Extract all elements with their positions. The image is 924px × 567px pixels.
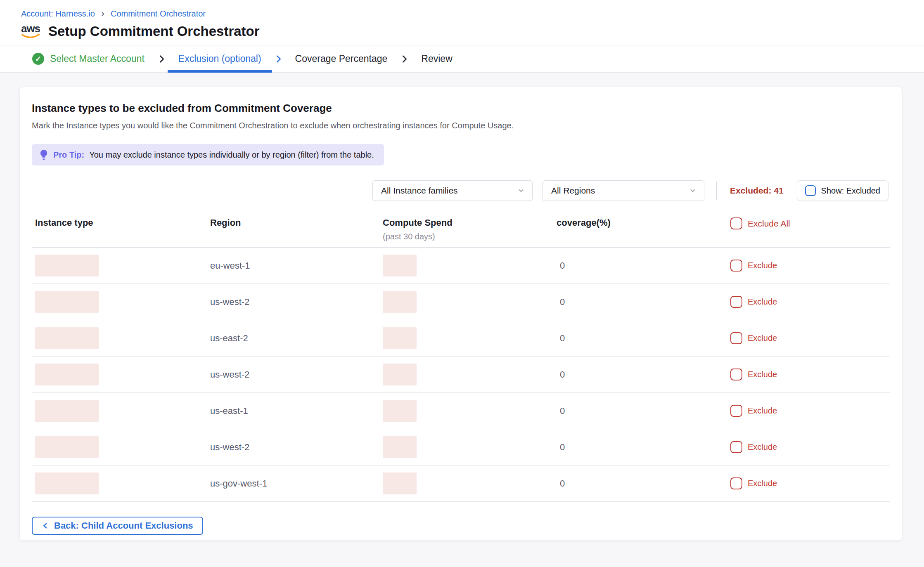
table-row: us-east-2 0 Exclude [32, 320, 890, 357]
table-header-row: Instance type Region Compute Spend (past… [32, 217, 890, 248]
redacted-instance-type [35, 291, 99, 313]
step-coverage-percentage[interactable]: Coverage Percentage [284, 45, 398, 72]
exclusion-table: Instance type Region Compute Spend (past… [32, 217, 890, 502]
regions-select[interactable]: All Regions [543, 180, 704, 201]
exclude-all-label[interactable]: Exclude All [748, 219, 790, 229]
redacted-instance-type [35, 400, 99, 422]
exclude-checkbox[interactable] [730, 369, 742, 380]
table-row: us-west-2 0 Exclude [32, 284, 890, 320]
redacted-compute-spend [383, 472, 417, 494]
exclude-checkbox[interactable] [730, 296, 742, 308]
col-header-region: Region [210, 217, 383, 228]
exclude-checkbox[interactable] [730, 260, 742, 272]
redacted-compute-spend [383, 327, 417, 349]
redacted-compute-spend [383, 436, 417, 458]
step-label: Exclusion (optional) [178, 53, 261, 64]
region-cell: us-west-2 [210, 442, 383, 453]
region-cell: us-west-2 [210, 297, 383, 307]
breadcrumb-account-link[interactable]: Account: Harness.io [21, 9, 95, 19]
coverage-cell: 0 [557, 406, 730, 416]
redacted-instance-type [35, 364, 99, 385]
region-cell: us-gov-west-1 [210, 478, 383, 489]
region-cell: us-east-1 [210, 406, 383, 416]
instance-families-value: All Instance families [381, 186, 458, 196]
table-row: us-west-2 0 Exclude [32, 357, 890, 393]
content-left-divider [8, 23, 8, 541]
region-cell: us-east-2 [210, 333, 383, 344]
exclude-label[interactable]: Exclude [748, 406, 777, 416]
redacted-instance-type [35, 436, 99, 458]
table-row: us-east-1 0 Exclude [32, 393, 890, 429]
exclude-label[interactable]: Exclude [748, 333, 777, 343]
table-row: us-gov-west-1 0 Exclude [32, 465, 890, 502]
title-row: aws Setup Commitment Orchestrator [21, 24, 924, 45]
region-cell: eu-west-1 [210, 260, 383, 271]
show-excluded-label: Show: Excluded [821, 186, 880, 196]
region-cell: us-west-2 [210, 369, 383, 380]
step-chevron-icon [398, 45, 410, 72]
exclude-label[interactable]: Exclude [748, 297, 777, 307]
show-excluded-checkbox[interactable] [805, 185, 816, 196]
exclude-checkbox[interactable] [730, 441, 742, 453]
exclude-checkbox[interactable] [730, 405, 742, 417]
breadcrumb: Account: Harness.io Commitment Orchestra… [21, 9, 924, 19]
chevron-down-icon [517, 187, 525, 194]
page-body: Instance types to be excluded from Commi… [0, 73, 924, 541]
coverage-cell: 0 [557, 260, 730, 271]
exclude-all-checkbox[interactable] [730, 217, 742, 229]
aws-logo-icon: aws [21, 24, 40, 39]
regions-value: All Regions [551, 186, 595, 196]
card-subheading: Mark the Instance types you would like t… [32, 121, 890, 130]
breadcrumb-chevron-icon [100, 11, 106, 17]
exclude-label[interactable]: Exclude [748, 370, 777, 379]
excluded-count: Excluded: 41 [730, 186, 784, 196]
lightbulb-icon [39, 149, 48, 160]
redacted-instance-type [35, 327, 99, 349]
step-label: Select Master Account [50, 53, 145, 64]
exclude-label[interactable]: Exclude [748, 261, 777, 270]
coverage-cell: 0 [557, 333, 730, 344]
redacted-instance-type [35, 472, 99, 494]
step-exclusion[interactable]: Exclusion (optional) [168, 45, 272, 73]
table-row: us-west-2 0 Exclude [32, 429, 890, 465]
exclude-checkbox[interactable] [730, 477, 742, 489]
breadcrumb-page-link[interactable]: Commitment Orchestrator [111, 9, 206, 19]
pro-tip-label: Pro Tip: [53, 150, 84, 160]
coverage-cell: 0 [557, 442, 730, 453]
chevron-down-icon [689, 187, 697, 194]
back-button[interactable]: Back: Child Account Exclusions [32, 517, 203, 535]
step-label: Review [421, 53, 452, 64]
exclude-checkbox[interactable] [730, 332, 742, 344]
col-header-instance-type: Instance type [35, 217, 210, 228]
redacted-compute-spend [383, 255, 417, 276]
setup-stepper: ✓ Select Master Account Exclusion (optio… [0, 45, 924, 73]
coverage-cell: 0 [557, 478, 730, 489]
chevron-left-icon [42, 522, 49, 529]
table-row: eu-west-1 0 Exclude [32, 248, 890, 284]
pro-tip-banner: Pro Tip: You may exclude instance types … [32, 144, 384, 165]
filter-divider [716, 182, 717, 200]
exclude-label[interactable]: Exclude [748, 479, 777, 488]
step-complete-check-icon: ✓ [32, 53, 44, 65]
col-header-compute-spend-sub: (past 30 days) [383, 232, 557, 241]
top-bar: Account: Harness.io Commitment Orchestra… [0, 0, 924, 45]
page-title: Setup Commitment Orchestrator [48, 24, 260, 39]
card-heading: Instance types to be excluded from Commi… [32, 102, 890, 115]
exclusion-card: Instance types to be excluded from Commi… [19, 87, 902, 541]
step-chevron-icon [155, 45, 168, 72]
redacted-compute-spend [383, 291, 417, 313]
step-review[interactable]: Review [410, 45, 463, 72]
col-header-compute-spend: Compute Spend [383, 217, 557, 228]
filter-row: All Instance families All Regions Exclud… [32, 180, 890, 201]
show-excluded-toggle[interactable]: Show: Excluded [797, 180, 888, 201]
coverage-cell: 0 [557, 369, 730, 380]
redacted-compute-spend [383, 364, 417, 385]
redacted-instance-type [35, 255, 99, 276]
pro-tip-text: You may exclude instance types individua… [89, 150, 374, 160]
step-label: Coverage Percentage [295, 53, 388, 64]
exclude-label[interactable]: Exclude [748, 442, 777, 452]
instance-families-select[interactable]: All Instance families [372, 180, 533, 201]
back-button-label: Back: Child Account Exclusions [54, 520, 193, 531]
col-header-coverage: coverage(%) [557, 217, 730, 228]
step-select-master-account[interactable]: ✓ Select Master Account [21, 45, 155, 72]
